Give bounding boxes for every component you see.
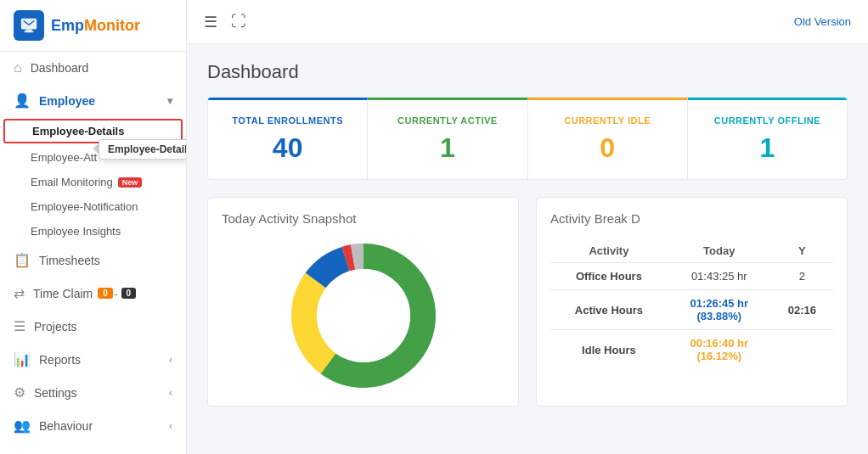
home-icon: ⌂	[14, 60, 22, 76]
sidebar-item-email-monitoring[interactable]: Email Monitoring New	[0, 170, 186, 194]
old-version-link[interactable]: Old Version	[794, 15, 851, 28]
idle-hours-yesterday	[771, 330, 833, 370]
total-enrollments-value: 40	[225, 132, 350, 164]
behaviour-arrow-icon: ‹	[169, 420, 172, 432]
svg-rect-0	[21, 19, 37, 30]
behaviour-label: Behaviour	[39, 419, 93, 433]
topbar: ☰ ⛶ Old Version	[187, 0, 868, 44]
table-row: Idle Hours 00:16:40 hr (16.12%)	[550, 330, 833, 370]
page-content: Dashboard TOTAL ENROLLMENTS 40 CURRENTLY…	[187, 44, 868, 454]
employee-details-label: Employee-Details	[32, 125, 124, 137]
logo-emp: Emp	[51, 17, 84, 34]
currently-active-value: 1	[385, 132, 510, 164]
active-hours-today-pct: (83.88%)	[696, 310, 741, 322]
active-hours-today: 01:26:45 hr (83.88%)	[668, 290, 771, 330]
col-yesterday: Y	[771, 239, 833, 263]
stat-card-currently-idle: CURRENTLY IDLE 0	[528, 98, 688, 179]
chevron-down-icon: ▾	[167, 95, 172, 107]
sidebar: EmpMonitor ⌂ Dashboard 👤 Employee ▾ Empl…	[0, 0, 187, 454]
svg-point-9	[317, 269, 410, 362]
behaviour-icon: 👥	[14, 418, 31, 434]
stat-cards: TOTAL ENROLLMENTS 40 CURRENTLY ACTIVE 1 …	[207, 97, 848, 180]
sidebar-item-settings[interactable]: ⚙ Settings ‹	[0, 376, 186, 409]
sidebar-employee-label: Employee	[39, 94, 95, 108]
employee-insights-label: Employee Insights	[31, 225, 121, 238]
idle-hours-today: 00:16:40 hr (16.12%)	[668, 330, 771, 370]
reports-icon: 📊	[14, 351, 31, 367]
idle-hours-label: Idle Hours	[550, 330, 668, 370]
sidebar-item-employee[interactable]: 👤 Employee ▾	[0, 84, 186, 117]
sidebar-item-timesheets[interactable]: 📋 Timesheets	[0, 244, 186, 277]
sidebar-item-employee-details[interactable]: Employee-Details Employee-Details	[3, 119, 183, 143]
donut-chart	[222, 239, 504, 392]
active-hours-label: Active Hours	[550, 290, 668, 330]
sidebar-item-projects[interactable]: ☰ Projects	[0, 310, 186, 343]
employee-icon: 👤	[14, 92, 31, 109]
time-claim-badge1: 0	[98, 288, 113, 299]
employee-notification-label: Employee-Notification	[31, 200, 138, 213]
settings-icon: ⚙	[14, 384, 25, 401]
idle-hours-today-pct: (16.12%)	[696, 350, 741, 362]
tooltip-arrow	[93, 143, 99, 154]
settings-label: Settings	[34, 386, 77, 400]
projects-icon: ☰	[14, 318, 25, 334]
time-claim-icon: ⇄	[14, 285, 25, 301]
office-hours-label: Office Hours	[550, 263, 668, 290]
snapshot-title: Today Activity Snapshot	[222, 211, 504, 226]
table-row: Office Hours 01:43:25 hr 2	[550, 263, 833, 290]
currently-offline-title: CURRENTLY OFFLINE	[705, 115, 830, 126]
settings-arrow-icon: ‹	[169, 387, 172, 399]
reports-arrow-icon: ‹	[169, 354, 172, 366]
sidebar-item-time-claim[interactable]: ⇄ Time Claim 0 - 0	[0, 277, 186, 310]
hamburger-icon[interactable]: ☰	[204, 13, 217, 31]
sidebar-dashboard-label: Dashboard	[31, 61, 89, 75]
activity-table: Activity Today Y Office Hours 01:43:25 h…	[550, 239, 833, 369]
bottom-section: Today Activity Snapshot	[207, 197, 848, 406]
time-claim-badge2: 0	[121, 288, 137, 299]
logo-monitor: Monitor	[84, 17, 140, 34]
table-row: Active Hours 01:26:45 hr (83.88%) 02:16	[550, 290, 833, 330]
time-claim-label: Time Claim	[33, 287, 93, 300]
page-title: Dashboard	[207, 61, 848, 83]
reports-label: Reports	[39, 353, 81, 367]
employee-details-tooltip: Employee-Details	[99, 139, 187, 160]
new-badge: New	[118, 177, 143, 188]
active-hours-yesterday: 02:16	[771, 290, 833, 330]
currently-active-title: CURRENTLY ACTIVE	[385, 115, 510, 126]
active-hours-today-value: 01:26:45 hr	[690, 297, 748, 310]
employee-att-label: Employee-Att	[31, 151, 97, 164]
tooltip-arrow-inner	[87, 144, 93, 153]
stat-card-currently-offline: CURRENTLY OFFLINE 1	[688, 98, 847, 179]
total-enrollments-title: TOTAL ENROLLMENTS	[225, 115, 350, 126]
stat-card-currently-active: CURRENTLY ACTIVE 1	[368, 98, 527, 179]
idle-hours-today-value: 00:16:40 hr	[690, 337, 748, 350]
snapshot-panel: Today Activity Snapshot	[207, 197, 519, 406]
col-today: Today	[668, 239, 771, 263]
sidebar-item-reports[interactable]: 📊 Reports ‹	[0, 343, 186, 376]
office-hours-today: 01:43:25 hr	[668, 263, 771, 290]
topbar-icons: ☰ ⛶	[204, 13, 246, 31]
svg-rect-1	[25, 30, 31, 31]
main-content: ☰ ⛶ Old Version Dashboard TOTAL ENROLLME…	[187, 0, 868, 454]
col-activity: Activity	[550, 239, 668, 263]
expand-icon[interactable]: ⛶	[231, 13, 246, 31]
projects-label: Projects	[34, 320, 77, 333]
logo: EmpMonitor	[0, 0, 186, 52]
currently-idle-value: 0	[545, 132, 670, 164]
activity-panel: Activity Break D Activity Today Y Office…	[536, 197, 848, 406]
svg-rect-2	[25, 31, 34, 32]
email-monitoring-label: Email Monitoring	[31, 176, 113, 188]
timesheets-icon: 📋	[14, 252, 31, 268]
currently-offline-value: 1	[705, 132, 830, 164]
logo-icon	[14, 10, 44, 41]
sidebar-item-employee-notification[interactable]: Employee-Notification	[0, 194, 186, 219]
sidebar-item-employee-insights[interactable]: Employee Insights	[0, 219, 186, 244]
activity-break-title: Activity Break D	[550, 211, 833, 226]
office-hours-yesterday: 2	[771, 263, 833, 290]
sidebar-item-dashboard[interactable]: ⌂ Dashboard	[0, 52, 186, 84]
sidebar-item-behaviour[interactable]: 👥 Behaviour ‹	[0, 409, 186, 442]
tooltip-text: Employee-Details	[108, 143, 187, 155]
timesheets-label: Timesheets	[39, 254, 100, 267]
stat-card-total-enrollments: TOTAL ENROLLMENTS 40	[208, 98, 368, 179]
currently-idle-title: CURRENTLY IDLE	[545, 115, 670, 126]
